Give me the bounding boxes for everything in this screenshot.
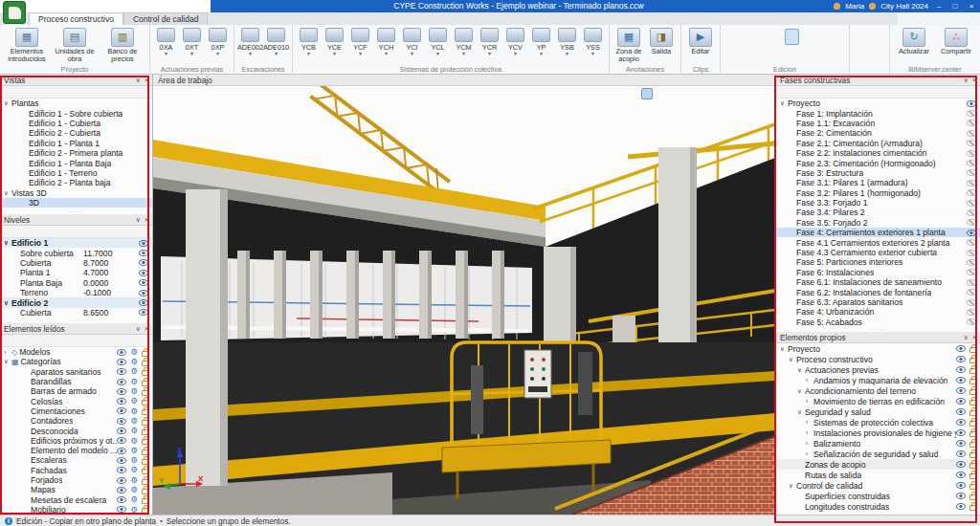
eye-icon[interactable]	[956, 471, 966, 478]
lock-icon[interactable]	[969, 463, 976, 469]
lock-icon[interactable]	[969, 421, 976, 427]
lock-icon[interactable]	[969, 473, 976, 479]
gear-icon[interactable]: ⚙	[130, 367, 138, 376]
gear-icon[interactable]: ⚙	[130, 466, 138, 474]
eye-icon[interactable]	[117, 487, 126, 493]
rotate-copy-icon[interactable]	[754, 47, 768, 63]
compartir-button[interactable]: ∴Compartir	[935, 27, 977, 55]
eye-icon[interactable]	[956, 408, 966, 415]
minimize-button[interactable]: –	[933, 2, 945, 11]
rotate-sheet-icon[interactable]	[756, 88, 768, 99]
dropdown-arrow-icon[interactable]: ▾	[249, 52, 252, 55]
lock-icon[interactable]	[142, 439, 148, 445]
eye-icon[interactable]	[967, 189, 976, 196]
section-green-icon[interactable]	[699, 88, 710, 99]
lock-icon[interactable]	[969, 410, 976, 416]
eye-icon[interactable]	[956, 482, 966, 489]
ycf-button[interactable]: YCF▾	[347, 27, 373, 55]
eye-icon[interactable]	[139, 309, 148, 316]
eye-icon[interactable]	[117, 407, 126, 414]
eye-icon[interactable]	[967, 289, 976, 296]
app-logo-icon[interactable]	[3, 1, 26, 24]
lock-icon[interactable]	[969, 400, 976, 405]
tree-item[interactable]: Escaleras⚙	[0, 455, 152, 465]
delete-icon[interactable]	[831, 29, 845, 45]
elementos-introducidos-button[interactable]: ▦Elementos introducidos	[3, 27, 51, 62]
tree-item[interactable]: Edificio 2 - Planta baja	[0, 178, 152, 187]
tree-item[interactable]: ∨Proceso constructivo	[776, 354, 980, 364]
eye-icon[interactable]	[139, 290, 148, 296]
eye-icon[interactable]	[967, 299, 976, 306]
tree-item[interactable]: ∨Acondicionamiento del terreno	[776, 385, 980, 396]
tree-item[interactable]: ›Señalización de seguridad y salud	[776, 449, 980, 459]
collapse-panel-icon[interactable]: ∨	[136, 325, 141, 333]
tree-item[interactable]: Mapas⚙	[0, 485, 152, 494]
editar-clips-button[interactable]: ▶Editar	[684, 27, 717, 55]
tree-item[interactable]: ›Andamios y maquinaria de elevación	[776, 375, 980, 385]
lock-icon[interactable]	[142, 409, 148, 415]
tree-item[interactable]: ›Movimiento de tierras en edificación	[776, 396, 980, 406]
0xa-button[interactable]: 0XA▾	[153, 27, 179, 55]
lock-icon[interactable]	[142, 429, 148, 435]
tree-item[interactable]: Elemento del modelo ...⚙	[0, 446, 152, 455]
table-row[interactable]: Sobre cubierta11.7000	[0, 248, 152, 257]
list-item[interactable]: Fase 3.5: Forjado 2	[776, 218, 980, 228]
eye-icon[interactable]	[967, 120, 976, 126]
tree-item[interactable]: ∨Control de calidad	[776, 480, 980, 491]
list-item[interactable]: Fase 6.1: Instalaciones de saneamiento	[776, 277, 980, 287]
eye-icon[interactable]	[117, 448, 126, 454]
eye-icon[interactable]	[967, 150, 976, 157]
table-row[interactable]: Terreno-0.1000	[0, 288, 152, 297]
yss-button[interactable]: YSS▾	[580, 27, 606, 55]
zona-de-acopio-button[interactable]: ▦Zona de acopio	[612, 27, 645, 62]
tree-item[interactable]: Desconocida⚙	[0, 426, 152, 435]
eye-icon[interactable]	[117, 359, 126, 365]
list-item[interactable]: Fase 2.3: Cimentación (Hormigonado)	[776, 158, 980, 167]
tree-item[interactable]: Celosías⚙	[0, 396, 152, 405]
table-row[interactable]: Planta 14.7000	[0, 268, 152, 277]
tree-item[interactable]: 3D	[0, 198, 152, 208]
measure-icon[interactable]	[769, 29, 784, 45]
list-item[interactable]: Fase 5: Acabados	[776, 318, 980, 327]
eye-icon[interactable]	[139, 259, 148, 266]
eye-icon[interactable]	[956, 345, 966, 352]
eye-icon[interactable]	[967, 110, 976, 117]
eye-icon[interactable]	[956, 461, 966, 468]
lock-icon[interactable]	[142, 508, 148, 514]
yce-button[interactable]: YCE▾	[322, 27, 347, 55]
eye-icon[interactable]	[967, 269, 976, 275]
gear-icon[interactable]: ⚙	[130, 378, 138, 386]
edit-icon[interactable]	[724, 29, 738, 45]
list-item[interactable]: Fase 3: Estructura	[776, 168, 980, 178]
section-red-icon[interactable]	[684, 88, 696, 99]
gear-icon[interactable]: ⚙	[130, 407, 138, 416]
eye-icon[interactable]	[956, 398, 966, 405]
list-item[interactable]: Fase 3.4: Pilares 2	[776, 208, 980, 217]
gear-icon[interactable]: ⚙	[130, 437, 138, 446]
eye-icon[interactable]	[139, 250, 148, 256]
orbit-icon[interactable]	[656, 88, 667, 99]
tree-item[interactable]: Zonas de acopio	[776, 459, 980, 470]
figure-axes-icon[interactable]	[627, 88, 638, 99]
tree-item[interactable]: Edificio 2 - Primera planta	[0, 148, 152, 158]
lock-icon[interactable]	[969, 368, 976, 374]
close-panel-icon[interactable]: ×	[145, 77, 148, 84]
eye-icon[interactable]	[967, 130, 976, 137]
collapse-panel-icon[interactable]: ∨	[136, 216, 141, 224]
copy-to-plane-icon[interactable]	[785, 29, 799, 45]
lock-icon[interactable]	[969, 389, 976, 395]
lock-icon[interactable]	[142, 381, 148, 386]
dropdown-arrow-icon[interactable]: ▾	[591, 52, 594, 55]
list-item[interactable]: Fase 1: Implantación	[776, 108, 980, 118]
tree-item[interactable]: Barandillas⚙	[0, 377, 152, 386]
eye-icon[interactable]	[956, 493, 966, 499]
eye-icon[interactable]	[117, 379, 126, 385]
eye-icon[interactable]	[967, 318, 976, 325]
eye-icon[interactable]	[967, 279, 976, 286]
visibility-icon[interactable]	[742, 88, 753, 99]
tree-item[interactable]: ›◇Modelos⚙	[0, 347, 152, 357]
dropdown-arrow-icon[interactable]: ▾	[462, 52, 465, 55]
list-item[interactable]: Fase 6.2: Instalaciones de fontanería	[776, 287, 980, 296]
dropdown-arrow-icon[interactable]: ▾	[411, 52, 413, 55]
ade002-button[interactable]: ADE002▾	[237, 27, 263, 55]
